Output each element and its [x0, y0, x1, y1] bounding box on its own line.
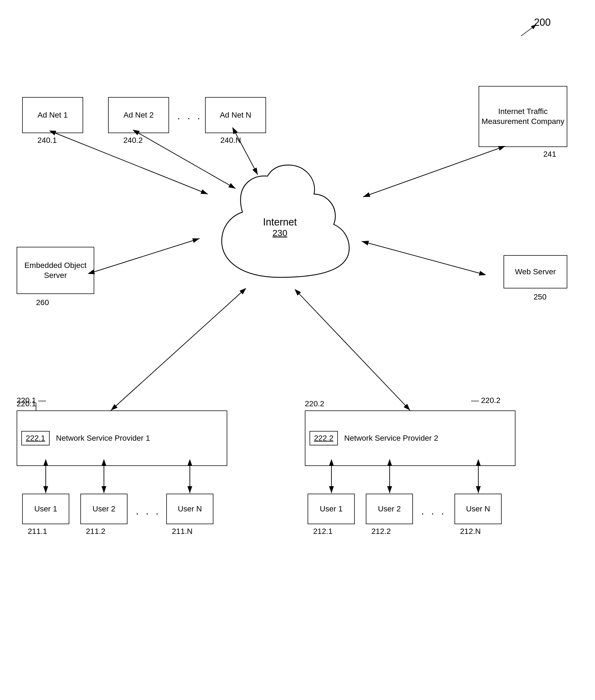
user2-nsp1-label: 211.2 [86, 527, 105, 536]
ad-net-2-label: 240.2 [123, 136, 143, 145]
user1-nsp2-box: User 1 [308, 494, 355, 524]
svg-line-4 [521, 28, 532, 36]
embedded-server-box: Embedded Object Server [17, 247, 94, 294]
web-server-box: Web Server [504, 255, 567, 289]
svg-line-9 [94, 239, 200, 272]
usern-nsp2-box: User N [454, 494, 502, 524]
embedded-server-label: 260 [36, 298, 49, 307]
nsp2-label: Network Service Provider 2 [344, 434, 438, 442]
nsp2-container-id: 220.2 [305, 399, 324, 408]
nsp2-ref-220: — 220.2 [471, 396, 501, 405]
nsp1-container: 222.1 Network Service Provider 1 [17, 410, 227, 466]
svg-line-12 [299, 294, 410, 410]
ad-net-1-box: Ad Net 1 [22, 97, 83, 133]
diagram-ref-200: 200 [534, 17, 551, 28]
svg-line-8 [363, 149, 499, 197]
internet-number: 230 [263, 228, 297, 238]
usern-nsp1-label: 211.N [172, 527, 193, 536]
ad-net-2-box: Ad Net 2 [108, 97, 169, 133]
user2-nsp2-label: 212.2 [371, 527, 391, 536]
ad-net-n-label: 240.N [220, 136, 241, 145]
internet-text: Internet [263, 216, 297, 228]
user1-nsp1-label: 211.1 [28, 527, 47, 536]
itmc-box: Internet Traffic Measurement Company [479, 86, 567, 147]
svg-line-10 [362, 241, 479, 273]
user1-nsp1-box: User 1 [22, 494, 69, 524]
web-server-label: 250 [534, 293, 546, 301]
internet-cloud: Internet 230 [200, 161, 360, 294]
usern-nsp1-box: User N [166, 494, 214, 524]
ad-net-dots: · · · [177, 112, 202, 124]
usern-nsp2-label: 212.N [460, 527, 481, 536]
nsp2-users-dots: · · · [421, 508, 446, 519]
nsp2-container: 222.2 Network Service Provider 2 [305, 410, 515, 466]
nsp1-ref-220: 220.1 — [17, 396, 46, 405]
nsp1-label: Network Service Provider 1 [56, 434, 150, 442]
ad-net-1-label: 240.1 [37, 136, 57, 145]
nsp1-users-dots: · · · [136, 508, 161, 519]
diagram: 200 Internet 230 Ad Net 1 240.1 Ad Net 2… [0, 0, 595, 700]
user1-nsp2-label: 212.1 [313, 527, 333, 536]
nsp1-inner-id: 222.1 [21, 431, 50, 446]
nsp2-inner-id: 222.2 [310, 431, 338, 446]
svg-line-11 [111, 293, 241, 410]
ad-net-n-box: Ad Net N [205, 97, 266, 133]
itmc-label: 241 [543, 150, 556, 159]
user2-nsp1-box: User 2 [80, 494, 128, 524]
user2-nsp2-box: User 2 [366, 494, 413, 524]
